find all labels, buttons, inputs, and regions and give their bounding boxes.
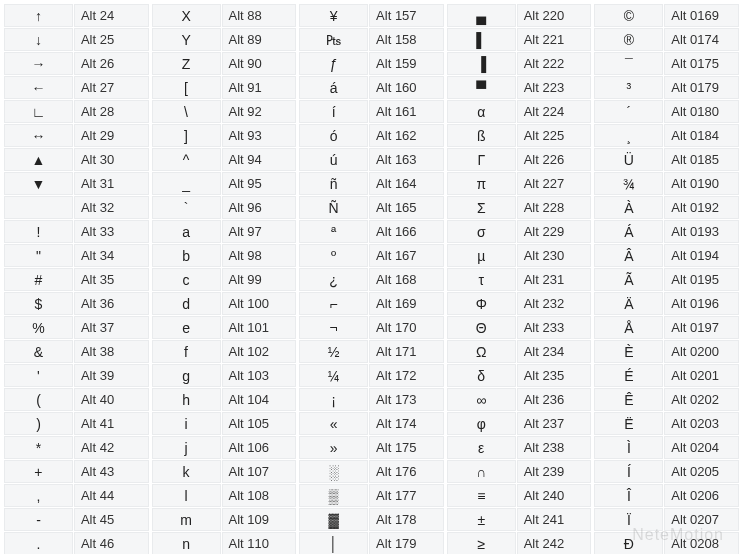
altcode-cell: Alt 107 bbox=[222, 460, 297, 483]
symbol-cell: Ω bbox=[447, 340, 516, 363]
altcode-cell: Alt 0196 bbox=[664, 292, 739, 315]
table-row: #Alt 35 bbox=[4, 268, 148, 291]
table-row: ÅAlt 0197 bbox=[594, 316, 738, 339]
symbol-cell: ⌐ bbox=[299, 292, 368, 315]
table-row: ≡Alt 240 bbox=[447, 484, 591, 507]
table-row: ]Alt 93 bbox=[152, 124, 296, 147]
altcode-cell: Alt 90 bbox=[222, 52, 297, 75]
table-row: σAlt 229 bbox=[447, 220, 591, 243]
table-row: ^Alt 94 bbox=[152, 148, 296, 171]
altcode-cell: Alt 98 bbox=[222, 244, 297, 267]
table-row: ÄAlt 0196 bbox=[594, 292, 738, 315]
altcode-cell: Alt 88 bbox=[222, 4, 297, 27]
symbol-cell: ↑ bbox=[4, 4, 73, 27]
table-row: &Alt 38 bbox=[4, 340, 148, 363]
altcode-cell: Alt 178 bbox=[369, 508, 444, 531]
altcode-cell: Alt 232 bbox=[517, 292, 592, 315]
symbol-cell bbox=[4, 196, 73, 219]
altcode-cell: Alt 30 bbox=[74, 148, 149, 171]
symbol-cell: ³ bbox=[594, 76, 663, 99]
table-row: ▼Alt 31 bbox=[4, 172, 148, 195]
altcode-cell: Alt 174 bbox=[369, 412, 444, 435]
symbol-cell: Ë bbox=[594, 412, 663, 435]
table-row: jAlt 106 bbox=[152, 436, 296, 459]
symbol-cell: X bbox=[152, 4, 221, 27]
symbol-cell: Σ bbox=[447, 196, 516, 219]
symbol-cell: c bbox=[152, 268, 221, 291]
altcode-cell: Alt 103 bbox=[222, 364, 297, 387]
symbol-cell: ´ bbox=[594, 100, 663, 123]
altcode-cell: Alt 91 bbox=[222, 76, 297, 99]
table-row: ΦAlt 232 bbox=[447, 292, 591, 315]
table-row: ÈAlt 0200 bbox=[594, 340, 738, 363]
symbol-cell: ░ bbox=[299, 460, 368, 483]
symbol-cell: È bbox=[594, 340, 663, 363]
table-row: ←Alt 27 bbox=[4, 76, 148, 99]
altcode-cell: Alt 31 bbox=[74, 172, 149, 195]
altcode-cell: Alt 220 bbox=[517, 4, 592, 27]
symbol-cell: * bbox=[4, 436, 73, 459]
symbol-cell: $ bbox=[4, 292, 73, 315]
altcode-cell: Alt 230 bbox=[517, 244, 592, 267]
table-row: (Alt 40 bbox=[4, 388, 148, 411]
altcode-cell: Alt 0207 bbox=[664, 508, 739, 531]
table-row: ¼Alt 172 bbox=[299, 364, 443, 387]
symbol-cell: ▼ bbox=[4, 172, 73, 195]
symbol-cell: . bbox=[4, 532, 73, 554]
symbol-cell: ← bbox=[4, 76, 73, 99]
altcode-cell: Alt 241 bbox=[517, 508, 592, 531]
altcode-cell: Alt 222 bbox=[517, 52, 592, 75]
symbol-cell: Ð bbox=[594, 532, 663, 554]
altcode-cell: Alt 237 bbox=[517, 412, 592, 435]
altcode-cell: Alt 109 bbox=[222, 508, 297, 531]
altcode-cell: Alt 42 bbox=[74, 436, 149, 459]
symbol-cell: ) bbox=[4, 412, 73, 435]
table-row: $Alt 36 bbox=[4, 292, 148, 315]
altcode-cell: Alt 94 bbox=[222, 148, 297, 171]
altcode-cell: Alt 41 bbox=[74, 412, 149, 435]
symbol-cell: δ bbox=[447, 364, 516, 387]
table-row: ÊAlt 0202 bbox=[594, 388, 738, 411]
symbol-cell: - bbox=[4, 508, 73, 531]
symbol-cell: → bbox=[4, 52, 73, 75]
symbol-cell: ß bbox=[447, 124, 516, 147]
altcode-cell: Alt 108 bbox=[222, 484, 297, 507]
symbol-cell: ε bbox=[447, 436, 516, 459]
symbol-cell: ^ bbox=[152, 148, 221, 171]
symbol-cell: ¬ bbox=[299, 316, 368, 339]
table-row: δAlt 235 bbox=[447, 364, 591, 387]
symbol-cell: k bbox=[152, 460, 221, 483]
table-row: ÌAlt 0204 bbox=[594, 436, 738, 459]
symbol-cell: & bbox=[4, 340, 73, 363]
symbol-cell: _ bbox=[152, 172, 221, 195]
table-row: \Alt 92 bbox=[152, 100, 296, 123]
altcode-cell: Alt 92 bbox=[222, 100, 297, 123]
symbol-cell: Γ bbox=[447, 148, 516, 171]
altcode-cell: Alt 168 bbox=[369, 268, 444, 291]
symbol-cell: ñ bbox=[299, 172, 368, 195]
altcode-cell: Alt 235 bbox=[517, 364, 592, 387]
symbol-cell: , bbox=[4, 484, 73, 507]
symbol-cell: ú bbox=[299, 148, 368, 171]
symbol-cell: ] bbox=[152, 124, 221, 147]
symbol-cell: Å bbox=[594, 316, 663, 339]
symbol-cell: f bbox=[152, 340, 221, 363]
table-row: →Alt 26 bbox=[4, 52, 148, 75]
altcode-cell: Alt 226 bbox=[517, 148, 592, 171]
symbol-cell: º bbox=[299, 244, 368, 267]
symbol-cell: À bbox=[594, 196, 663, 219]
symbol-cell: Ñ bbox=[299, 196, 368, 219]
altcode-cell: Alt 236 bbox=[517, 388, 592, 411]
altcode-cell: Alt 0190 bbox=[664, 172, 739, 195]
symbol-cell: Í bbox=[594, 460, 663, 483]
symbol-cell: Z bbox=[152, 52, 221, 75]
symbol-cell: ¼ bbox=[299, 364, 368, 387]
altcode-cell: Alt 43 bbox=[74, 460, 149, 483]
altcode-cell: Alt 99 bbox=[222, 268, 297, 291]
table-row: ®Alt 0174 bbox=[594, 28, 738, 51]
table-row: φAlt 237 bbox=[447, 412, 591, 435]
altcode-cell: Alt 234 bbox=[517, 340, 592, 363]
altcode-cell: Alt 179 bbox=[369, 532, 444, 554]
symbol-cell: π bbox=[447, 172, 516, 195]
table-row: ºAlt 167 bbox=[299, 244, 443, 267]
